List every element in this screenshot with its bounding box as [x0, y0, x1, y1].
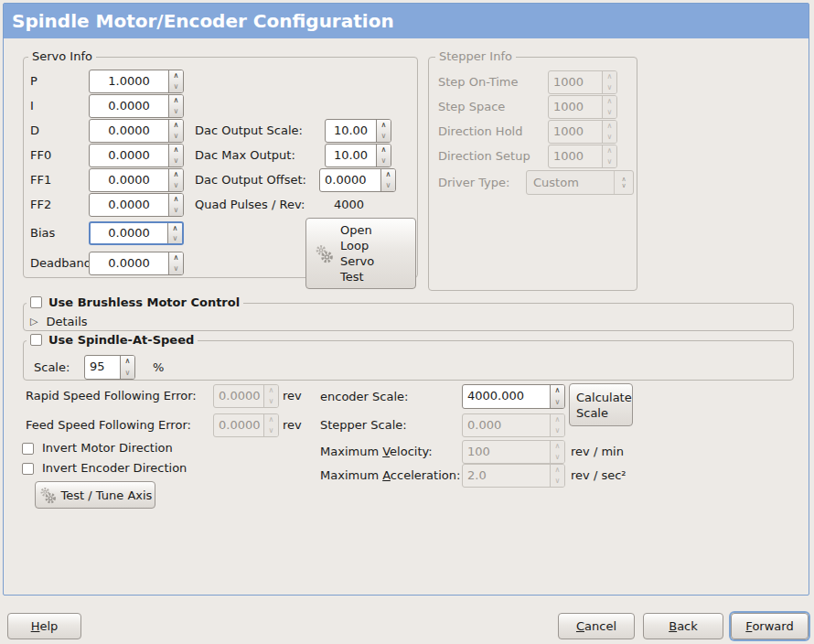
- i-label: I: [30, 94, 34, 118]
- brushless-details-expander[interactable]: ▷ Details: [30, 315, 88, 328]
- open-loop-servo-test-button[interactable]: Open Loop Servo Test: [305, 218, 416, 289]
- dac-max-output-spinbox[interactable]: 10.00 ∧∨: [325, 144, 391, 167]
- spinner-buttons: ∧∨: [602, 71, 616, 93]
- dac-output-scale-label: Dac Output Scale:: [195, 119, 303, 143]
- calculate-scale-button[interactable]: Calculate Scale: [569, 383, 633, 426]
- ff0-label: FF0: [30, 144, 51, 167]
- bias-spinbox[interactable]: 0.0000 ∧∨: [89, 221, 184, 245]
- servo-info-legend: Servo Info: [28, 49, 96, 63]
- spin-up-icon: ∧: [603, 145, 616, 156]
- step-on-time-spinbox: 1000 ∧∨: [548, 70, 617, 94]
- spin-down-icon: ∨: [551, 425, 564, 436]
- step-on-time-label: Step On-Time: [438, 70, 519, 94]
- spin-up-icon: ∧: [603, 71, 616, 82]
- cancel-label: Cancel: [576, 619, 616, 633]
- spin-down-icon: ∨: [381, 180, 395, 191]
- d-label: D: [30, 119, 39, 143]
- step-space-label: Step Space: [438, 95, 505, 119]
- spinner-buttons[interactable]: ∧∨: [376, 120, 391, 142]
- ff0-spinbox[interactable]: 0.0000 ∧∨: [89, 144, 184, 167]
- spin-down-icon: ∨: [169, 263, 183, 274]
- spin-up-icon: ∧: [169, 194, 183, 205]
- bias-label: Bias: [30, 221, 55, 245]
- rapid-rev-unit: rev: [283, 384, 302, 408]
- spinner-buttons[interactable]: ∧∨: [168, 95, 183, 117]
- spinner-buttons[interactable]: ∧∨: [380, 169, 395, 191]
- spinner-buttons: ∧∨: [602, 96, 616, 118]
- spinner-buttons: ∧∨: [550, 465, 564, 487]
- spin-down-icon: ∨: [121, 368, 134, 380]
- test-tune-axis-button[interactable]: Test / Tune Axis: [35, 481, 155, 509]
- spin-up-icon: ∧: [169, 120, 183, 131]
- gears-icon: [38, 486, 57, 504]
- dac-output-offset-label: Dac Output Offset:: [195, 168, 306, 192]
- spinner-buttons[interactable]: ∧∨: [168, 70, 183, 92]
- ff2-label: FF2: [30, 193, 51, 217]
- deadband-label: Deadband: [30, 252, 91, 275]
- ff2-spinbox[interactable]: 0.0000 ∧∨: [89, 193, 184, 217]
- spin-down-icon: ∨: [168, 233, 182, 243]
- back-button[interactable]: Back: [643, 613, 723, 639]
- quad-pulses-value: 4000: [334, 193, 364, 217]
- maximum-acceleration-spinbox: 2.0 ∧∨: [462, 464, 565, 488]
- use-spindle-at-speed-label: Use Spindle-At-Speed: [48, 333, 194, 347]
- spin-up-icon: ∧: [551, 414, 564, 425]
- spin-up-icon: ∧: [169, 95, 183, 106]
- use-spindle-at-speed-checkbox[interactable]: [30, 334, 42, 346]
- open-loop-servo-test-label: Open Loop Servo Test: [340, 222, 374, 284]
- spinner-buttons: ∧∨: [550, 414, 564, 436]
- spin-up-icon: ∧: [377, 120, 391, 131]
- spin-down-icon: ∨: [264, 396, 278, 407]
- direction-setup-spinbox: 1000 ∧∨: [548, 145, 617, 168]
- help-button[interactable]: Help: [7, 613, 81, 639]
- invert-motor-direction-checkbox[interactable]: [22, 443, 34, 455]
- i-spinbox[interactable]: 0.0000 ∧∨: [89, 94, 184, 118]
- spin-down-icon: ∨: [603, 132, 616, 143]
- spin-up-icon: ∧: [264, 414, 278, 425]
- spinner-buttons[interactable]: ∧∨: [168, 252, 183, 274]
- rev-per-sec2-unit: rev / sec²: [571, 464, 627, 488]
- combo-arrows-icon: ∧∨: [614, 171, 633, 194]
- invert-encoder-direction-checkbox[interactable]: [22, 463, 34, 475]
- p-spinbox[interactable]: 1.0000 ∧∨: [89, 70, 184, 93]
- deadband-spinbox[interactable]: 0.0000 ∧∨: [89, 252, 184, 275]
- spin-up-icon: ∧: [381, 169, 395, 180]
- spin-down-icon: ∨: [169, 81, 183, 92]
- stepper-scale-spinbox: 0.000 ∧∨: [462, 413, 565, 437]
- spinner-buttons: ∧∨: [602, 145, 616, 167]
- dac-output-offset-spinbox[interactable]: 0.0000 ∧∨: [319, 168, 396, 192]
- ff1-spinbox[interactable]: 0.0000 ∧∨: [89, 168, 184, 192]
- spinner-buttons[interactable]: ∧∨: [168, 120, 183, 142]
- spinner-buttons: ∧∨: [263, 414, 278, 436]
- encoder-scale-spinbox[interactable]: 4000.000 ∧∨: [462, 384, 565, 409]
- direction-hold-label: Direction Hold: [438, 120, 522, 144]
- expander-triangle-icon: ▷: [30, 316, 37, 327]
- spinner-buttons[interactable]: ∧∨: [168, 169, 183, 191]
- spinner-buttons[interactable]: ∧∨: [120, 356, 134, 379]
- dac-output-scale-spinbox[interactable]: 10.00 ∧∨: [325, 119, 391, 143]
- spinner-buttons[interactable]: ∧∨: [376, 145, 391, 166]
- invert-encoder-direction-label: Invert Encoder Direction: [42, 456, 187, 480]
- spindle-config-window: Spindle Motor/Encoder Configuration Serv…: [0, 0, 814, 644]
- spinner-buttons[interactable]: ∧∨: [168, 145, 183, 166]
- spin-up-icon: ∧: [169, 145, 183, 156]
- spinner-buttons[interactable]: ∧∨: [168, 194, 183, 216]
- spin-up-icon: ∧: [377, 145, 391, 156]
- spin-down-icon: ∨: [603, 107, 616, 118]
- spinner-buttons[interactable]: ∧∨: [550, 385, 564, 408]
- spin-down-icon: ∨: [551, 397, 564, 409]
- forward-button[interactable]: Forward: [731, 613, 809, 639]
- cancel-button[interactable]: Cancel: [558, 613, 635, 639]
- spin-up-icon: ∧: [169, 252, 183, 263]
- spinner-buttons[interactable]: ∧∨: [167, 223, 182, 243]
- step-space-spinbox: 1000 ∧∨: [548, 95, 617, 119]
- spin-up-icon: ∧: [264, 385, 278, 396]
- use-brushless-checkbox[interactable]: [30, 296, 42, 308]
- maximum-velocity-label: Maximum Velocity:: [320, 440, 433, 464]
- spin-up-icon: ∧: [121, 356, 134, 368]
- spindle-scale-spinbox[interactable]: 95 ∧∨: [84, 355, 135, 380]
- use-brushless-label: Use Brushless Motor Control: [48, 295, 240, 309]
- rapid-following-error-label: Rapid Speed Following Error:: [26, 384, 197, 408]
- d-spinbox[interactable]: 0.0000 ∧∨: [89, 119, 184, 143]
- spin-down-icon: ∨: [169, 205, 183, 216]
